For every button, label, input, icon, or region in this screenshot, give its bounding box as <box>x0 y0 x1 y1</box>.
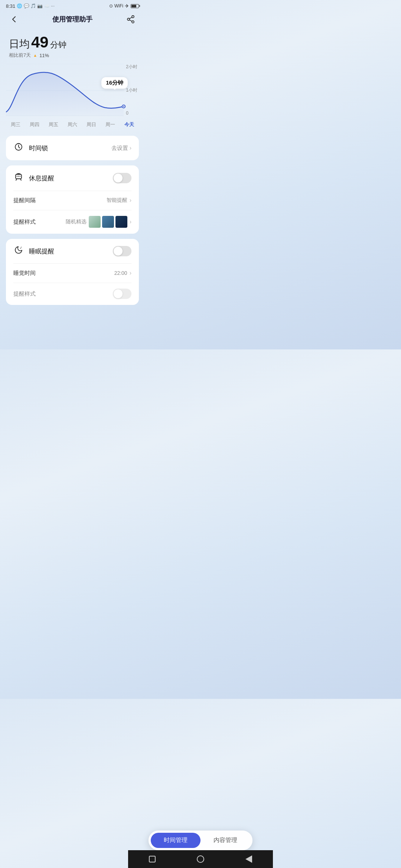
thumb-2 <box>102 216 114 228</box>
rest-reminder-toggle[interactable] <box>113 173 131 183</box>
back-button[interactable] <box>7 13 21 26</box>
sleep-reminder-card: z z 睡眠提醒 睡觉时间 22:00 › 提醒样式 <box>6 239 139 305</box>
chevron-icon-style: › <box>130 218 131 225</box>
stats-sub: 相比前7天 ▲ 11% <box>9 52 136 59</box>
sleep-reminder-row: z z 睡眠提醒 <box>6 239 139 263</box>
stats-unit: 分钟 <box>50 39 66 50</box>
app-icons: 🌐 💬 🎵 📷 ☁️ ··· <box>17 3 55 9</box>
x-label-fri: 周五 <box>49 121 58 128</box>
stats-value: 49 <box>31 33 49 51</box>
sleep-time-label: 睡觉时间 <box>13 270 36 277</box>
time-label: 8:31 <box>6 3 15 9</box>
location-icon: ⊙ <box>109 3 113 9</box>
sleep-reminder-style-right <box>113 289 131 299</box>
svg-text:z: z <box>21 246 22 248</box>
chart-container: 2小时 1小时 0 16分钟 周三 周四 周五 周六 周日 周一 今 <box>6 64 139 131</box>
y-label-top: 2小时 <box>126 64 137 70</box>
rest-reminder-card: 休息提醒 提醒间隔 智能提醒 › 提醒样式 随机精选 › <box>6 165 139 234</box>
status-bar: 8:31 🌐 💬 🎵 📷 ☁️ ··· ⊙ WiFi ✈ <box>0 0 145 10</box>
time-lock-action[interactable]: 去设置 › <box>111 145 131 152</box>
sleep-reminder-left: z z 睡眠提醒 <box>13 246 54 257</box>
chevron-icon: › <box>130 145 131 151</box>
reminder-style-label: 提醒样式 <box>13 218 36 226</box>
status-time: 8:31 🌐 💬 🎵 📷 ☁️ ··· <box>6 3 55 9</box>
compare-label: 相比前7天 <box>9 52 31 59</box>
reminder-interval-value: 智能提醒 <box>107 197 127 204</box>
tooltip-bubble: 16分钟 <box>101 77 128 89</box>
sleep-time-right[interactable]: 22:00 › <box>114 270 131 276</box>
sleep-style-toggle[interactable] <box>113 289 131 299</box>
svg-point-5 <box>123 106 124 107</box>
svg-line-8 <box>16 179 17 180</box>
x-label-wed: 周三 <box>11 121 20 128</box>
chevron-icon-sleep: › <box>130 270 131 276</box>
reminder-style-right[interactable]: 随机精选 › <box>66 216 131 228</box>
time-lock-icon <box>13 142 24 154</box>
rest-reminder-row: 休息提醒 <box>6 165 139 191</box>
x-label-thu: 周四 <box>30 121 39 128</box>
sleep-reminder-style-label: 提醒样式 <box>13 290 36 297</box>
stats-prefix: 日均 <box>9 37 30 51</box>
thumb-1 <box>89 216 101 228</box>
sleep-reminder-label: 睡眠提醒 <box>29 247 54 256</box>
reminder-interval-label: 提醒间隔 <box>13 197 36 204</box>
chart-y-labels: 2小时 1小时 0 <box>126 64 137 116</box>
status-icons: ⊙ WiFi ✈ <box>109 3 139 9</box>
x-label-sat: 周六 <box>68 121 77 128</box>
reminder-style-thumbs <box>89 216 127 228</box>
reminder-style-row[interactable]: 提醒样式 随机精选 › <box>6 210 139 234</box>
rest-reminder-label: 休息提醒 <box>29 174 54 183</box>
y-label-bot: 0 <box>126 111 137 116</box>
time-lock-label: 时间锁 <box>29 144 48 152</box>
battery-icon <box>131 4 139 8</box>
rest-icon <box>13 172 24 184</box>
page-title: 使用管理助手 <box>52 15 92 24</box>
share-button[interactable] <box>124 13 137 26</box>
time-lock-row[interactable]: 时间锁 去设置 › <box>6 136 139 160</box>
stats-main: 日均 49 分钟 <box>9 33 136 51</box>
sleep-time-value: 22:00 <box>114 270 127 276</box>
y-label-mid: 1小时 <box>126 87 137 93</box>
x-axis: 周三 周四 周五 周六 周日 周一 今天 <box>6 119 139 128</box>
sleep-reminder-style-row[interactable]: 提醒样式 <box>6 283 139 305</box>
reminder-interval-row[interactable]: 提醒间隔 智能提醒 › <box>6 191 139 210</box>
reminder-interval-right[interactable]: 智能提醒 › <box>107 197 131 204</box>
percent-label: 11% <box>39 53 49 58</box>
time-lock-card: 时间锁 去设置 › <box>6 136 139 160</box>
x-label-sun: 周日 <box>87 121 96 128</box>
time-lock-left: 时间锁 <box>13 142 48 154</box>
x-label-today: 今天 <box>124 121 134 128</box>
sleep-reminder-toggle[interactable] <box>113 246 131 256</box>
thumb-3 <box>115 216 127 228</box>
trend-arrow: ▲ <box>33 53 37 57</box>
tooltip-value: 16分钟 <box>106 79 123 86</box>
reminder-style-value: 随机精选 <box>66 218 87 225</box>
stats-section: 日均 49 分钟 相比前7天 ▲ 11% <box>0 30 145 59</box>
svg-line-9 <box>20 179 21 180</box>
chevron-icon-interval: › <box>130 197 131 204</box>
x-label-mon: 周一 <box>105 121 115 128</box>
sleep-time-row[interactable]: 睡觉时间 22:00 › <box>6 264 139 283</box>
top-nav: 使用管理助手 <box>0 10 145 30</box>
chart-svg <box>6 64 139 118</box>
wifi-icon: WiFi <box>114 3 123 9</box>
rest-reminder-left: 休息提醒 <box>13 172 54 184</box>
sleep-icon: z z <box>13 246 24 257</box>
goto-setting-label: 去设置 <box>111 145 128 152</box>
airplane-icon: ✈ <box>125 3 129 9</box>
